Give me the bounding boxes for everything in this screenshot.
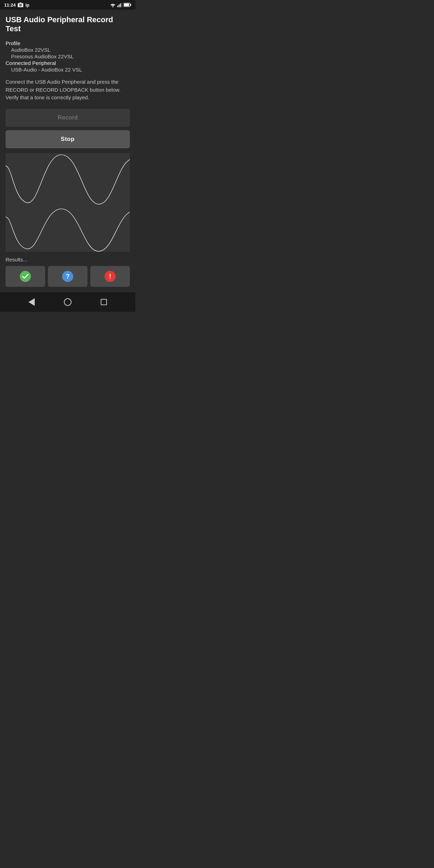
- svg-rect-3: [20, 2, 22, 3]
- main-content: USB Audio Peripheral Record Test Profile…: [0, 10, 135, 292]
- home-icon: [64, 298, 72, 306]
- ip-label: ip: [25, 2, 30, 8]
- status-right: [110, 3, 131, 7]
- page-title: USB Audio Peripheral Record Test: [6, 15, 130, 33]
- svg-rect-5: [117, 6, 118, 7]
- stop-button[interactable]: Stop: [6, 130, 130, 148]
- results-label: Results...: [6, 257, 130, 262]
- profile-line1: AudioBox 22VSL: [6, 47, 130, 53]
- waveform-display: [6, 153, 130, 252]
- fail-result-button[interactable]: !: [90, 266, 130, 287]
- back-icon: [28, 298, 35, 306]
- profile-section: Profile AudioBox 22VSL Presonus AudioBox…: [6, 40, 130, 73]
- recent-icon: [101, 299, 107, 305]
- profile-line2: Presonus AudioBox 22VSL: [6, 53, 130, 59]
- results-buttons: ? !: [6, 266, 130, 287]
- exclamation-icon: !: [105, 271, 116, 282]
- connected-peripheral-label: Connected Peripheral: [6, 60, 130, 66]
- battery-icon: [124, 3, 131, 7]
- status-bar: 11:24 ip: [0, 0, 135, 10]
- pass-result-button[interactable]: [6, 266, 45, 287]
- svg-rect-6: [119, 4, 119, 7]
- svg-point-2: [20, 5, 21, 6]
- svg-point-4: [112, 6, 114, 7]
- status-left: 11:24 ip: [4, 2, 30, 8]
- recent-button[interactable]: [98, 296, 110, 308]
- svg-rect-7: [120, 3, 121, 7]
- back-button[interactable]: [26, 295, 37, 309]
- photo-icon: [18, 2, 23, 7]
- connected-peripheral-value: USB-Audio - AudioBox 22 VSL: [6, 67, 130, 73]
- signal-icon: [117, 3, 122, 7]
- svg-rect-10: [124, 3, 129, 6]
- record-button[interactable]: Record: [6, 109, 130, 127]
- description-text: Connect the USB Audio Peripheral and pre…: [6, 78, 130, 102]
- home-button[interactable]: [61, 295, 74, 309]
- check-icon: [20, 271, 31, 282]
- unknown-result-button[interactable]: ?: [48, 266, 87, 287]
- profile-label: Profile: [6, 40, 130, 46]
- nav-bar: [0, 292, 135, 312]
- svg-rect-11: [130, 4, 131, 6]
- wifi-icon: [110, 3, 116, 7]
- svg-rect-8: [122, 3, 122, 7]
- time-display: 11:24: [4, 2, 16, 8]
- waveform-svg: [6, 153, 130, 252]
- svg-rect-12: [6, 153, 130, 252]
- question-icon: ?: [62, 271, 73, 282]
